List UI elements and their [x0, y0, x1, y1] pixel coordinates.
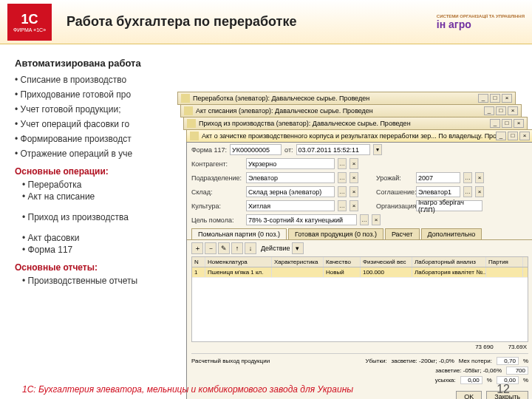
form117-label: Форма 117:: [191, 146, 227, 154]
summary-heading: Расчетный выход продукции: [191, 358, 270, 364]
tab-extra[interactable]: Дополнительно: [421, 228, 482, 239]
totals-row: 73 690 73.69X: [187, 342, 532, 352]
table-row[interactable]: 1 Пшениця м'яка 1 кл. Новый 100.000 Лабо…: [192, 267, 528, 278]
down-icon[interactable]: ↓: [245, 242, 256, 254]
tab-calc[interactable]: Расчет: [385, 228, 420, 239]
page-title: Работа бухгалтера по переработке: [66, 14, 437, 30]
goal-label: Цель помола:: [191, 216, 243, 224]
picker-icon[interactable]: …: [338, 158, 347, 169]
from-label: от:: [284, 146, 293, 154]
picker-icon[interactable]: …: [338, 200, 347, 211]
harvest-field[interactable]: 2007: [416, 172, 460, 183]
total-1: 73 690: [475, 344, 493, 350]
add-row-icon[interactable]: ＋: [191, 242, 203, 254]
close-icon[interactable]: ×: [514, 119, 524, 128]
min-icon[interactable]: _: [496, 132, 506, 140]
culture-field[interactable]: Хитлая: [246, 200, 335, 211]
picker-icon[interactable]: …: [338, 186, 347, 197]
clear-icon[interactable]: ×: [372, 214, 381, 225]
doc-icon: [181, 94, 190, 103]
section-subtitle: Автоматизирована работa: [15, 58, 517, 69]
goal-field[interactable]: 78% 3-сортний 4х катунецький: [246, 214, 357, 225]
tab-finished[interactable]: Готовая продукция (0 поз.): [288, 228, 383, 239]
contractor-label: Контрагент:: [191, 160, 243, 168]
grid-header: N Номенклатура Характеристика Качество Ф…: [192, 257, 528, 267]
main-window: Форма 117: УК00000005 от: 03.07.2011 15:…: [186, 142, 532, 399]
clear-icon[interactable]: ×: [475, 186, 484, 197]
org-label: Организация:: [376, 202, 413, 210]
up-icon[interactable]: ↑: [231, 242, 243, 254]
min-icon[interactable]: _: [478, 94, 488, 103]
edit-row-icon[interactable]: ✎: [218, 242, 230, 254]
doc-icon: [190, 132, 199, 140]
min-icon[interactable]: _: [490, 119, 500, 128]
slide-header: 1С ФИРМА «1С» Работа бухгалтера по перер…: [0, 0, 532, 44]
clear-icon[interactable]: ×: [349, 158, 358, 169]
action-label: Действие: [261, 245, 290, 252]
window-stack: Переработка (элеватор): Давальческое сыр…: [177, 92, 532, 399]
window-title-3[interactable]: Приход из производства (элеватор): Давал…: [183, 117, 528, 130]
org-field[interactable]: Інагро зберігач (ГЛП): [416, 200, 482, 211]
storage-field[interactable]: Склад зерна (элеватор): [246, 186, 335, 197]
form-no-field[interactable]: УК00000005: [230, 144, 282, 155]
owner-label: Соглашение:: [376, 188, 413, 196]
total-2: 73.69X: [508, 344, 527, 350]
picker-icon[interactable]: …: [463, 186, 472, 197]
picker-icon[interactable]: …: [338, 172, 347, 183]
subdiv-label: Подразделение:: [191, 174, 243, 182]
date-field[interactable]: 03.07.2011 15:52:11: [296, 144, 370, 155]
storage-label: Склад:: [191, 188, 243, 196]
bullet-0: • Списание в производство: [15, 75, 517, 85]
del-row-icon[interactable]: －: [205, 242, 216, 254]
max-icon[interactable]: □: [490, 94, 500, 103]
close-icon[interactable]: ×: [502, 94, 512, 103]
clear-icon[interactable]: ×: [475, 172, 484, 183]
clear-icon[interactable]: ×: [349, 172, 358, 183]
clear-icon[interactable]: ×: [349, 186, 358, 197]
summary-panel: Расчетный выход продукции Убытки: засвет…: [191, 353, 528, 385]
window-title-4[interactable]: Акт о зачистке производственного корпуса…: [186, 129, 532, 143]
max-icon[interactable]: □: [508, 132, 518, 140]
doc-icon: [184, 106, 193, 115]
mech-loss-field[interactable]: 0,70: [497, 357, 519, 365]
action-dropdown-icon[interactable]: ▾: [292, 242, 304, 254]
culture-label: Культура:: [191, 202, 243, 210]
max-icon[interactable]: □: [496, 106, 506, 115]
logo-1c: 1С ФИРМА «1С»: [7, 4, 52, 41]
close-icon[interactable]: ×: [519, 132, 530, 140]
clear-icon[interactable]: ×: [349, 200, 358, 211]
contractor-field[interactable]: Укрзерно: [246, 158, 335, 169]
window-title-1[interactable]: Переработка (элеватор): Давальческое сыр…: [177, 92, 516, 105]
grid-toolbar: ＋ － ✎ ↑ ↓ Действие ▾: [187, 240, 532, 256]
slide-footer: 1С: Бухгалтерия элеватора, мельницы и ко…: [0, 383, 532, 396]
loss-label: Убытки:: [365, 358, 386, 364]
owner-field[interactable]: Элеватор1: [416, 186, 460, 197]
harvest-label: Урожай:: [376, 174, 413, 182]
doc-icon: [187, 119, 196, 128]
page-number: 12: [497, 383, 510, 396]
footer-text: 1С: Бухгалтерия элеватора, мельницы и ко…: [22, 384, 353, 395]
subdiv-field[interactable]: Элеватор: [246, 172, 335, 183]
picker-icon[interactable]: …: [360, 214, 369, 225]
val-field[interactable]: 700: [506, 366, 528, 375]
data-grid[interactable]: N Номенклатура Характеристика Качество Ф…: [191, 256, 528, 342]
tab-bar: Помольная партия (0 поз.) Готовая продук…: [187, 228, 532, 240]
window-title-2[interactable]: Акт списания (элеватор): Давальческое сы…: [180, 104, 522, 117]
tab-pomol[interactable]: Помольная партия (0 поз.): [191, 228, 287, 239]
min-icon[interactable]: _: [484, 106, 494, 115]
logo-inagro: СИСТЕМИ ОРГАНІЗАЦІЇ ТА УПРАВЛІННЯ ін агр…: [437, 14, 525, 30]
date-picker-icon[interactable]: ▾: [373, 144, 382, 155]
max-icon[interactable]: □: [502, 119, 512, 128]
close-icon[interactable]: ×: [508, 106, 518, 115]
picker-icon[interactable]: …: [463, 172, 472, 183]
